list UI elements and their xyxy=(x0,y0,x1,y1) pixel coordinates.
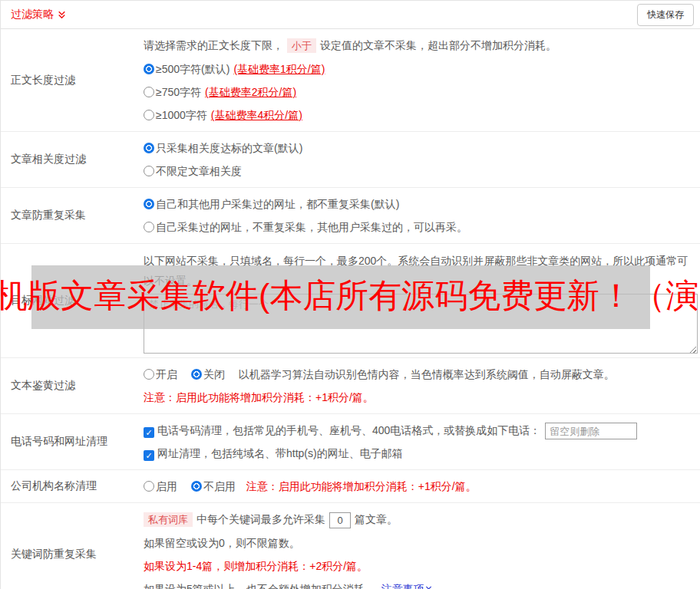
phone-url-clean-label: 电话号码和网址清理 xyxy=(1,414,144,469)
notice-link[interactable]: 注意事项 xyxy=(381,583,433,589)
row-site-filter: 目标网站过滤 以下网站不采集，只填域名，每行一个，最多200个。系统会自动识别并… xyxy=(1,244,700,358)
row-dedup-filter: 文章防重复采集 自己和其他用户采集过的网址，都不重复采集(默认) 自己采集过的网… xyxy=(1,188,700,244)
radio-checked-icon[interactable] xyxy=(191,481,202,492)
porn-filter-description: 以机器学习算法自动识别色情内容，当色情概率达到系统阈值，自动屏蔽文章。 xyxy=(239,368,615,380)
radio-icon[interactable] xyxy=(144,110,154,120)
porn-option-on[interactable]: 开启 xyxy=(144,368,188,380)
porn-filter-options: 开启 关闭 以机器学习算法自动识别色情内容，当色情概率达到系统阈值，自动屏蔽文章… xyxy=(144,363,692,386)
keyword-limit-line: 私有词库中每个关键词最多允许采集篇文章。 xyxy=(144,508,692,531)
fee-note: (基础费率2积分/篇) xyxy=(205,86,296,98)
radio-checked-icon[interactable] xyxy=(144,143,154,153)
length-filter-intro: 请选择需求的正文长度下限，小于设定值的文章不采集，超出部分不增加积分消耗。 xyxy=(144,34,692,58)
less-than-tag: 小于 xyxy=(287,38,316,53)
row-keyword-dedup: 关键词防重复采集 私有词库中每个关键词最多允许采集篇文章。 如果留空或设为0，则… xyxy=(1,503,700,589)
relevance-option-strict[interactable]: 只采集相关度达标的文章(默认) xyxy=(144,137,692,160)
company-clean-note: 注意：启用此功能将增加积分消耗：+1积分/篇。 xyxy=(246,480,477,492)
keyword-dedup-label: 关键词防重复采集 xyxy=(1,503,144,589)
relevance-option-any[interactable]: 不限定文章相关度 xyxy=(144,160,692,183)
url-clean-line: ✓网址清理，包括纯域名、带http(s)的网址、电子邮箱 xyxy=(144,442,692,465)
double-chevron-down-icon xyxy=(57,10,67,20)
keyword-note-fee: 如果设为1-4篇，则增加积分消耗：+2积分/篇。 xyxy=(144,554,692,577)
porn-filter-label: 文本鉴黄过滤 xyxy=(1,358,144,413)
keyword-limit-input[interactable] xyxy=(329,512,351,528)
row-length-filter: 正文长度过滤 请选择需求的正文长度下限，小于设定值的文章不采集，超出部分不增加积… xyxy=(1,29,700,132)
company-option-off[interactable]: 不启用 xyxy=(191,480,236,492)
dedup-filter-label: 文章防重复采集 xyxy=(1,188,144,243)
keyword-note-zero: 如果留空或设为0，则不限篇数。 xyxy=(144,531,692,554)
row-company-clean: 公司机构名称清理 启用 不启用 注意：启用此功能将增加积分消耗：+1积分/篇。 xyxy=(1,470,700,503)
radio-checked-icon[interactable] xyxy=(144,199,154,209)
length-filter-label: 正文长度过滤 xyxy=(1,29,144,131)
relevance-filter-label: 文章相关度过滤 xyxy=(1,132,144,187)
radio-icon[interactable] xyxy=(144,87,154,97)
checkbox-checked-icon[interactable]: ✓ xyxy=(144,427,154,438)
radio-icon[interactable] xyxy=(144,166,154,176)
page-title-label: 过滤策略 xyxy=(11,8,54,21)
radio-icon[interactable] xyxy=(144,481,154,492)
length-option-750[interactable]: ≥750字符(基础费率2积分/篇) xyxy=(144,81,692,104)
site-filter-description: 以下网站不采集，只填域名，每行一个，最多200个。系统会自动识别并屏蔽那些非文章… xyxy=(144,248,698,291)
row-relevance-filter: 文章相关度过滤 只采集相关度达标的文章(默认) 不限定文章相关度 xyxy=(1,132,700,188)
phone-clean-line: ✓电话号码清理，包括常见的手机号、座机号、400电话格式，或替换成如下电话： xyxy=(144,419,692,442)
filter-strategy-page: 过滤策略 快速保存 正文长度过滤 请选择需求的正文长度下限，小于设定值的文章不采… xyxy=(0,0,700,589)
porn-option-off[interactable]: 关闭 xyxy=(191,368,236,380)
private-thesaurus-tag: 私有词库 xyxy=(144,512,193,527)
porn-filter-note: 注意：启用此功能将增加积分消耗：+1积分/篇。 xyxy=(144,386,692,409)
company-clean-options: 启用 不启用 注意：启用此功能将增加积分消耗：+1积分/篇。 xyxy=(144,475,692,498)
company-clean-label: 公司机构名称清理 xyxy=(1,470,144,502)
fee-note: (基础费率4积分/篇) xyxy=(211,109,302,121)
blocked-sites-textarea[interactable] xyxy=(144,294,698,354)
radio-icon[interactable] xyxy=(144,369,154,380)
length-option-500[interactable]: ≥500字符(默认)(基础费率1积分/篇) xyxy=(144,58,692,81)
radio-checked-icon[interactable] xyxy=(144,64,154,74)
checkbox-checked-icon[interactable]: ✓ xyxy=(144,450,154,461)
fee-note: (基础费率1积分/篇) xyxy=(233,63,325,75)
page-title[interactable]: 过滤策略 xyxy=(11,8,67,21)
site-filter-label: 目标网站过滤 xyxy=(1,244,144,357)
double-chevron-down-icon xyxy=(424,585,433,589)
replacement-phone-input[interactable] xyxy=(545,423,637,439)
row-phone-url-clean: 电话号码和网址清理 ✓电话号码清理，包括常见的手机号、座机号、400电话格式，或… xyxy=(1,414,700,470)
page-header: 过滤策略 快速保存 xyxy=(1,1,700,29)
keyword-note-five: 如果设为5篇或以上，也不会额外增加积分消耗。注意事项 xyxy=(144,577,692,589)
radio-icon[interactable] xyxy=(144,222,154,232)
radio-checked-icon[interactable] xyxy=(191,369,202,380)
dedup-option-all[interactable]: 自己和其他用户采集过的网址，都不重复采集(默认) xyxy=(144,192,692,216)
row-porn-filter: 文本鉴黄过滤 开启 关闭 以机器学习算法自动识别色情内容，当色情概率达到系统阈值… xyxy=(1,358,700,414)
quick-save-button[interactable]: 快速保存 xyxy=(637,4,694,26)
length-option-1000[interactable]: ≥1000字符(基础费率4积分/篇) xyxy=(144,104,692,127)
company-option-on[interactable]: 启用 xyxy=(144,480,188,492)
dedup-option-self[interactable]: 自己采集过的网址，不重复采集，其他用户采集过的，可以再采。 xyxy=(144,216,692,239)
